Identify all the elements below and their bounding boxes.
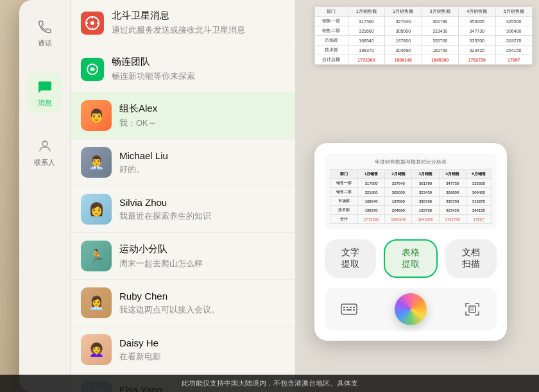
svg-point-0 xyxy=(42,141,47,146)
chat-name-michael: Michael Liu xyxy=(119,150,168,161)
chat-name-silvia: Silvia Zhou xyxy=(119,197,167,208)
table-row: 技术部 198370 204690 182760 323420 264150 xyxy=(315,46,533,55)
svg-rect-6 xyxy=(346,307,348,308)
contacts-icon xyxy=(36,137,54,155)
call-icon xyxy=(36,18,54,36)
mini-table-row: 销售二部 321600 305000 323430 326800 306400 xyxy=(330,188,492,197)
svg-rect-8 xyxy=(353,307,355,308)
svg-rect-10 xyxy=(346,309,352,311)
avatar-group-alex: 👨 xyxy=(81,100,112,131)
avatar-sports: 🏃 xyxy=(81,241,112,271)
avatar-daisy: 👩‍🦱 xyxy=(81,334,112,365)
chat-name-sports: 运动小分队 xyxy=(119,243,167,255)
siri-button[interactable] xyxy=(395,293,427,325)
status-notification: 此功能仅支持中国大陆境内，不包含港澳台地区。具体支 xyxy=(0,375,539,392)
floating-card: 年度销售数据与预算对比分析表 部门 1月销售 2月销售 3月销售 4月销售 5月… xyxy=(314,143,507,341)
text-extract-button[interactable]: 文字提取 xyxy=(325,239,376,278)
card-toolbar xyxy=(325,288,497,330)
sidebar-item-contacts[interactable]: 联系人 xyxy=(26,132,63,173)
svg-point-2 xyxy=(90,21,94,25)
col-header-1: 1月销售额 xyxy=(348,7,384,17)
sheet-display-bg: 部门 1月销售额 2月销售额 3月销售额 4月销售额 5月销售额 销售一部 31… xyxy=(314,6,533,65)
svg-rect-9 xyxy=(343,309,345,311)
col-header-4: 4月销售额 xyxy=(459,7,495,17)
avatar-changlan xyxy=(81,58,104,81)
doc-scan-button[interactable]: 文档扫描 xyxy=(445,239,497,278)
mini-table-row: 技术部 198370 204690 182760 323420 264150 xyxy=(330,206,492,215)
status-text: 此功能仅支持中国大陆境内，不包含港澳台地区。具体支 xyxy=(182,379,358,387)
svg-rect-11 xyxy=(353,309,355,311)
sidebar-call-label: 通话 xyxy=(38,38,52,48)
mini-sheet-title: 年度销售数据与预算对比分析表 xyxy=(330,158,492,166)
avatar-silvia: 👩 xyxy=(81,194,112,225)
sheet-table-bg: 部门 1月销售额 2月销售额 3月销售额 4月销售额 5月销售额 销售一部 31… xyxy=(314,6,533,65)
scan-icon[interactable] xyxy=(461,298,484,321)
avatar-beidou xyxy=(81,12,104,35)
keyboard-icon[interactable] xyxy=(338,298,361,321)
table-row: 销售一部 317500 327640 301780 356005 325500 xyxy=(315,17,533,26)
avatar-michael: 👨‍💼 xyxy=(81,147,112,178)
col-header-3: 3月销售额 xyxy=(422,7,458,17)
chat-name-beidou: 北斗卫星消息 xyxy=(112,10,169,22)
chat-name-daisy: Daisy He xyxy=(119,337,158,348)
chat-name-group-alex: 组长Alex xyxy=(119,103,157,115)
sidebar-item-call[interactable]: 通话 xyxy=(28,13,62,53)
table-row: 销售二部 321600 305000 323430 347730 306400 xyxy=(315,26,533,36)
chat-name-ruby: Ruby Chen xyxy=(119,291,167,302)
chat-name-changlan: 畅连团队 xyxy=(112,56,150,68)
mini-table-row: 市场部 168540 187800 335760 335700 319270 xyxy=(330,197,492,206)
sidebar-item-message[interactable]: 消息 xyxy=(28,72,62,113)
svg-rect-5 xyxy=(343,307,345,308)
mini-table: 部门 1月销售 2月销售 3月销售 4月销售 5月销售 销售一部 317500 … xyxy=(330,169,492,224)
table-extract-button[interactable]: 表格提取 xyxy=(384,239,438,278)
mini-sheet: 年度销售数据与预算对比分析表 部门 1月销售 2月销售 3月销售 4月销售 5月… xyxy=(325,153,497,229)
sidebar-message-label: 消息 xyxy=(38,98,52,108)
col-header-dept: 部门 xyxy=(315,7,348,17)
message-icon xyxy=(36,78,54,96)
svg-rect-13 xyxy=(470,307,474,311)
action-buttons: 文字提取 表格提取 文档扫描 xyxy=(325,239,497,278)
sidebar-contacts-label: 联系人 xyxy=(34,158,55,167)
col-header-5: 5月销售额 xyxy=(495,7,533,17)
avatar-ruby: 👩‍💼 xyxy=(81,287,112,318)
sidebar: 通话 消息 联系人 xyxy=(19,0,71,392)
table-row: 市场部 168540 187800 335760 335700 319270 xyxy=(315,36,533,46)
table-row: 合计总额 1772360 1608140 1645360 1762730 178… xyxy=(315,55,533,65)
col-header-2: 2月销售额 xyxy=(385,7,422,17)
mini-table-row: 销售一部 317500 327640 301780 347730 325500 xyxy=(330,179,492,188)
mini-table-row: 合计 1772360 1608140 1645360 1762730 17867 xyxy=(330,215,492,224)
svg-rect-7 xyxy=(350,307,352,308)
